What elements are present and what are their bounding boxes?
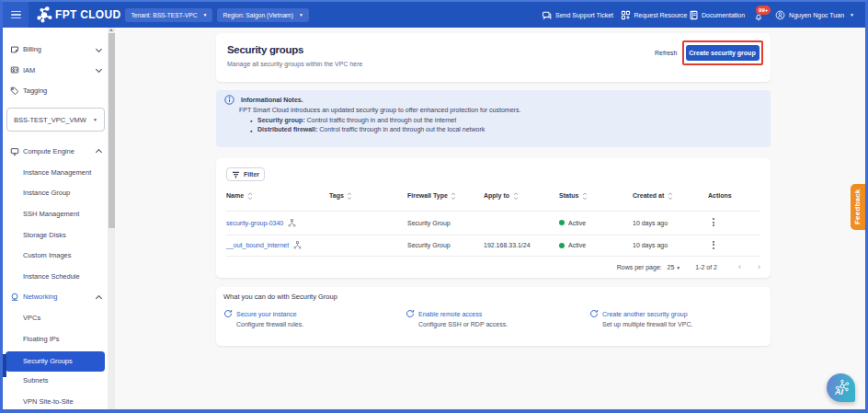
svg-text:AI: AI <box>834 387 843 396</box>
